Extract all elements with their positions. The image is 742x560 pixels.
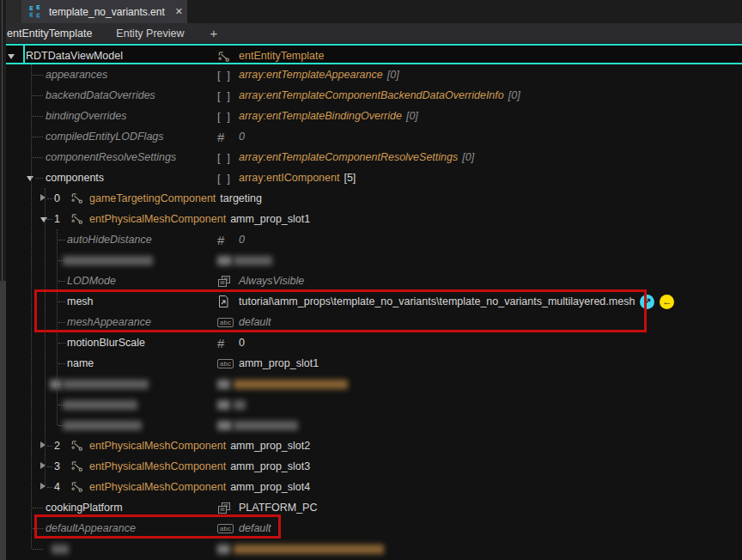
- redacted-label: [63, 256, 153, 265]
- tree-row-component-amm_prop_slot1[interactable]: 1entPhysicalMeshComponentamm_prop_slot1: [0, 209, 742, 229]
- tree-row-component-amm_prop_slot4[interactable]: 4entPhysicalMeshComponentamm_prop_slot4: [0, 477, 742, 497]
- component-class: entPhysicalMeshComponent: [89, 460, 226, 472]
- property-name: meshAppearance: [67, 312, 151, 332]
- tree-row-name[interactable]: nameabcamm_prop_slot1: [0, 353, 742, 374]
- property-name: autoHideDistance: [67, 229, 152, 250]
- redacted-icon: [217, 400, 230, 410]
- value-text: array:entTemplateBindingOverride: [239, 110, 402, 122]
- tree-row-LODMode[interactable]: LODModeAlwaysVisible: [0, 271, 742, 291]
- tab-template-no-variants[interactable]: template_no_variants.ent ✕: [21, 0, 187, 23]
- tree-row-autoHideDistance[interactable]: autoHideDistance#0: [0, 229, 742, 250]
- tree-row-mesh[interactable]: meshtutorial\amm_props\template_no_varia…: [0, 291, 742, 312]
- property-name: motionBlurScale: [67, 332, 145, 353]
- tree-row-bindingOverrides[interactable]: bindingOverrides[ ]array:entTemplateBind…: [0, 106, 742, 126]
- tree-indent-guide: [31, 64, 32, 549]
- tree-row-components[interactable]: components[ ]array:entIComponent[5]: [0, 167, 742, 188]
- component-title: entPhysicalMeshComponentamm_prop_slot3: [89, 456, 310, 477]
- property-value[interactable]: tutorial\amm_props\template_no_variants\…: [217, 291, 674, 312]
- tree-row-appearances[interactable]: appearances[ ]array:entTemplateAppearanc…: [0, 64, 742, 85]
- property-value[interactable]: [ ]array:entTemplateComponentResolveSett…: [217, 147, 474, 167]
- redacted-value: [234, 256, 272, 265]
- property-value[interactable]: [ ]array:entIComponent[5]: [217, 167, 356, 188]
- add-tab-button[interactable]: +: [210, 26, 218, 40]
- scrollbar-thumb[interactable]: [0, 281, 6, 560]
- tree-row-meshAppearance[interactable]: meshAppearanceabcdefault: [0, 312, 742, 332]
- class-icon: [70, 480, 83, 496]
- property-value[interactable]: [ ]array:entTemplateComponentBackendData…: [217, 85, 520, 106]
- tab-ententitytemplate[interactable]: entEntityTemplate: [7, 27, 92, 40]
- value-text: array:entTemplateComponentResolveSetting…: [239, 151, 458, 163]
- tab-title: template_no_variants.ent: [49, 6, 165, 18]
- class-icon: [70, 460, 83, 476]
- property-value[interactable]: entEntityTemplate: [217, 46, 324, 66]
- tree-connector: [47, 446, 52, 447]
- property-value[interactable]: abcamm_prop_slot1: [217, 353, 319, 374]
- tree-row-defaultAppearance[interactable]: defaultAppearanceabcdefault: [0, 518, 742, 539]
- enum-type-icon: [217, 275, 236, 288]
- property-name: backendDataOverrides: [46, 85, 155, 106]
- tree-row-redacted[interactable]: [0, 415, 742, 435]
- close-tab-icon[interactable]: ✕: [175, 6, 183, 17]
- tree-connector: [58, 281, 65, 282]
- ref-type-icon: [217, 295, 236, 308]
- tree-row-component-amm_prop_slot2[interactable]: 2entPhysicalMeshComponentamm_prop_slot2: [0, 435, 742, 456]
- property-value[interactable]: #0: [217, 332, 245, 353]
- property-value[interactable]: abcdefault: [217, 518, 271, 539]
- array-count: [0]: [406, 110, 418, 122]
- tree-row-component-amm_prop_slot3[interactable]: 3entPhysicalMeshComponentamm_prop_slot3: [0, 456, 742, 477]
- value-text: array:entTemplateAppearance: [239, 69, 383, 81]
- component-name: amm_prop_slot3: [230, 460, 310, 472]
- tree-connector: [58, 322, 65, 323]
- paste-reference-button[interactable]: ←: [660, 295, 674, 309]
- tree-connector: [47, 198, 52, 199]
- tree-row-componentResolveSettings[interactable]: componentResolveSettings[ ]array:entTemp…: [0, 147, 742, 167]
- component-name: amm_prop_slot2: [230, 440, 310, 452]
- tree-row-redacted[interactable]: [0, 250, 742, 271]
- array-count: [0]: [508, 89, 520, 101]
- array-type-icon: [ ]: [217, 89, 236, 102]
- tree-row-redacted[interactable]: [0, 394, 742, 415]
- tree-row-redacted[interactable]: [0, 374, 742, 394]
- component-class: entPhysicalMeshComponent: [89, 440, 226, 452]
- tree-row-redacted[interactable]: [0, 539, 742, 559]
- value-text: tutorial\amm_props\template_no_variants\…: [239, 295, 635, 307]
- redacted-value: [234, 380, 348, 389]
- tree-connector: [33, 528, 43, 529]
- component-index: 0: [54, 188, 60, 209]
- property-value[interactable]: abcdefault: [217, 312, 271, 332]
- component-class: entPhysicalMeshComponent: [89, 481, 226, 493]
- tree-connector: [58, 240, 65, 240]
- tree-connector: [33, 549, 43, 550]
- tree-row-component-targeting[interactable]: 0gameTargetingComponenttargeting: [0, 188, 742, 209]
- tree-row-motionBlurScale[interactable]: motionBlurScale#0: [0, 332, 742, 353]
- tree-row-compiledEntityLODFlags[interactable]: compiledEntityLODFlags#0: [0, 126, 742, 147]
- component-class: entPhysicalMeshComponent: [89, 213, 226, 225]
- property-value[interactable]: #0: [217, 126, 245, 147]
- redacted-value: [234, 421, 298, 430]
- value-text: array:entIComponent: [239, 172, 339, 184]
- value-text: default: [239, 316, 271, 328]
- entity-file-icon: [28, 4, 43, 19]
- array-type-icon: [ ]: [217, 69, 236, 82]
- property-value[interactable]: PLATFORM_PC: [217, 497, 317, 518]
- class-icon: [70, 439, 83, 455]
- tree-connector: [47, 466, 52, 467]
- left-panel-edge: [0, 0, 6, 560]
- tab-entity-preview[interactable]: Entity Preview: [116, 27, 184, 40]
- property-value[interactable]: [ ]array:entTemplateAppearance[0]: [217, 64, 399, 85]
- tree-row-cookingPlatform[interactable]: cookingPlatformPLATFORM_PC: [0, 497, 742, 518]
- jump-to-reference-button[interactable]: ↗: [640, 295, 654, 309]
- tree-connector: [58, 363, 65, 364]
- number-type-icon: #: [217, 233, 236, 247]
- tree-row-RDTDataViewModel[interactable]: RDTDataViewModelentEntityTemplate: [0, 44, 742, 64]
- value-text: 0: [239, 131, 245, 143]
- redacted-value: [234, 400, 246, 410]
- property-value[interactable]: [ ]array:entTemplateBindingOverride[0]: [217, 106, 418, 126]
- tree-row-backendDataOverrides[interactable]: backendDataOverrides[ ]array:entTemplate…: [0, 85, 742, 106]
- expander-down-icon[interactable]: [27, 176, 33, 181]
- redacted-icon: [217, 256, 232, 265]
- property-value[interactable]: #0: [217, 229, 245, 250]
- expander-down-icon[interactable]: [8, 54, 15, 59]
- property-value[interactable]: AlwaysVisible: [217, 271, 304, 291]
- expander-down-icon[interactable]: [40, 217, 47, 222]
